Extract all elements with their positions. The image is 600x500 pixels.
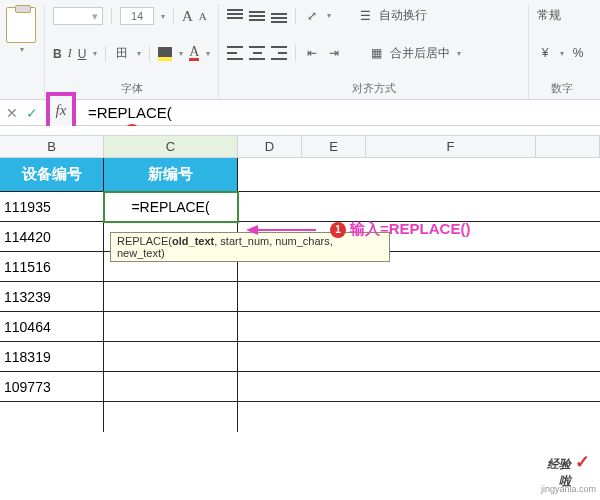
col-header-g[interactable] <box>536 136 600 157</box>
header-b: 设备编号 <box>0 158 104 192</box>
cell-b[interactable]: 118319 <box>0 342 104 372</box>
confirm-formula-icon[interactable]: ✓ <box>26 105 38 121</box>
decrease-font-icon[interactable]: A <box>199 10 207 22</box>
font-size-combo[interactable]: 14 <box>120 7 154 25</box>
cell-b[interactable]: 109773 <box>0 372 104 402</box>
cell-empty[interactable] <box>238 312 600 342</box>
align-top-icon[interactable] <box>227 9 243 23</box>
active-cell[interactable]: =REPLACE( <box>104 192 238 222</box>
font-color-button[interactable]: A <box>189 46 199 61</box>
cell-empty[interactable] <box>238 192 600 222</box>
merge-center-button[interactable]: 合并后居中 <box>390 45 450 62</box>
orientation-icon[interactable]: ⤢ <box>304 8 320 24</box>
percent-icon[interactable]: % <box>570 45 586 61</box>
column-headers: B C D E F <box>0 136 600 158</box>
annotation-badge-1: 1 <box>330 222 346 238</box>
cell-c[interactable] <box>104 282 238 312</box>
bold-button[interactable]: B <box>53 47 62 61</box>
align-left-icon[interactable] <box>227 46 243 60</box>
group-number: 常规 ¥▾ % 数字 <box>529 4 594 98</box>
cell-c[interactable] <box>104 312 238 342</box>
cell-empty[interactable] <box>238 372 600 402</box>
cell-c[interactable] <box>104 372 238 402</box>
fx-button[interactable]: fx <box>46 92 76 130</box>
check-icon: ✓ <box>575 451 590 473</box>
watermark: 经验啦 ✓ jingyanla.com <box>541 486 596 494</box>
annotation-arrow: 1 输入=REPLACE() <box>246 220 470 239</box>
formula-bar: ✕ ✓ fx 2 <box>0 100 600 126</box>
cell-empty[interactable] <box>238 282 600 312</box>
cell-b[interactable]: 113239 <box>0 282 104 312</box>
font-name-combo[interactable]: ▾ <box>53 7 103 25</box>
cell-b[interactable]: 114420 <box>0 222 104 252</box>
cancel-formula-icon[interactable]: ✕ <box>6 105 18 121</box>
align-middle-icon[interactable] <box>249 9 265 23</box>
group-label-number: 数字 <box>537 81 586 96</box>
sheet-area: B C D E F 设备编号 新编号 111935 =REPLACE( 1144… <box>0 126 600 432</box>
align-right-icon[interactable] <box>271 46 287 60</box>
cell-empty[interactable] <box>238 402 600 432</box>
decrease-indent-icon[interactable]: ⇤ <box>304 45 320 61</box>
italic-button[interactable]: I <box>68 46 72 61</box>
col-header-c[interactable]: C <box>104 136 238 157</box>
align-bottom-icon[interactable] <box>271 9 287 23</box>
cell-c[interactable] <box>104 342 238 372</box>
annotation-text: 输入=REPLACE() <box>350 220 470 239</box>
col-header-f[interactable]: F <box>366 136 536 157</box>
number-format-combo[interactable]: 常规 <box>537 7 561 24</box>
underline-button[interactable]: U <box>78 47 87 61</box>
col-header-b[interactable]: B <box>0 136 104 157</box>
col-header-d[interactable]: D <box>238 136 302 157</box>
fill-color-button[interactable] <box>158 47 172 61</box>
group-clipboard: ▾ <box>6 4 45 98</box>
paste-icon[interactable] <box>6 7 36 43</box>
group-label-align: 对齐方式 <box>227 81 520 96</box>
align-center-icon[interactable] <box>249 46 265 60</box>
cell-b[interactable] <box>0 402 104 432</box>
currency-icon[interactable]: ¥ <box>537 45 553 61</box>
cell-b[interactable]: 111516 <box>0 252 104 282</box>
increase-indent-icon[interactable]: ⇥ <box>326 45 342 61</box>
wrap-text-button[interactable]: 自动换行 <box>379 7 427 24</box>
border-button[interactable]: 田 <box>114 46 130 62</box>
merge-icon[interactable]: ▦ <box>368 45 384 61</box>
increase-font-icon[interactable]: A <box>182 8 193 25</box>
data-grid[interactable]: 设备编号 新编号 111935 =REPLACE( 114420 111516 … <box>0 158 600 432</box>
col-header-e[interactable]: E <box>302 136 366 157</box>
formula-input[interactable] <box>82 102 600 123</box>
arrow-icon <box>246 223 316 237</box>
paste-caret[interactable]: ▾ <box>20 45 24 54</box>
header-c: 新编号 <box>104 158 238 192</box>
svg-marker-1 <box>246 225 258 235</box>
cell-empty[interactable] <box>238 158 600 192</box>
wrap-text-icon[interactable]: ☰ <box>357 8 373 24</box>
group-alignment: ⤢▾ ☰ 自动换行 ⇤ ⇥ ▦ 合并后居中▾ 对齐方式 <box>219 4 529 98</box>
cell-b[interactable]: 111935 <box>0 192 104 222</box>
group-font: ▾ 14▾ A A B I U▾ 田▾ ▾ A▾ 字体 <box>45 4 219 98</box>
ribbon: ▾ ▾ 14▾ A A B I U▾ 田▾ ▾ A▾ 字体 <box>0 0 600 100</box>
cell-empty[interactable] <box>238 342 600 372</box>
cell-c[interactable] <box>104 402 238 432</box>
cell-b[interactable]: 110464 <box>0 312 104 342</box>
